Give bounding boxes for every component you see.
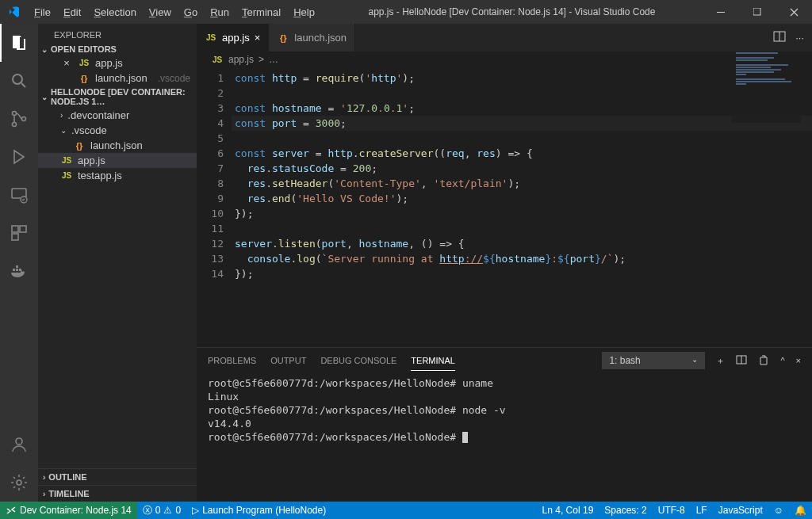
- open-editors-label: OPEN EDITORS: [51, 44, 117, 54]
- terminal-selector[interactable]: 1: bash ⌄: [602, 352, 705, 369]
- tree-label: .vscode: [71, 124, 190, 136]
- json-file-icon: {}: [73, 141, 86, 151]
- more-icon[interactable]: ···: [795, 32, 804, 44]
- menu-run[interactable]: Run: [204, 6, 236, 18]
- activity-settings[interactable]: [0, 464, 38, 502]
- activity-search[interactable]: [0, 62, 38, 100]
- tab-label: app.js: [222, 32, 250, 44]
- status-warnings-count: 0: [175, 505, 181, 516]
- activity-scm[interactable]: [0, 100, 38, 138]
- kill-terminal-icon[interactable]: [758, 354, 769, 367]
- panel-tab-output[interactable]: OUTPUT: [270, 351, 306, 370]
- tree-folder[interactable]: › .devcontainer: [38, 108, 197, 123]
- menu-selection[interactable]: Selection: [87, 6, 142, 18]
- chevron-right-icon: ›: [43, 490, 45, 498]
- maximize-button[interactable]: [739, 0, 776, 24]
- status-launch[interactable]: ▷ Launch Program (HelloNode): [186, 502, 331, 519]
- status-spaces[interactable]: Spaces: 2: [599, 502, 652, 519]
- tree-label: testapp.js: [78, 170, 190, 181]
- js-file-icon: JS: [205, 33, 217, 42]
- menu-file[interactable]: File: [28, 6, 57, 18]
- close-icon[interactable]: ×: [60, 57, 73, 69]
- open-editor-item[interactable]: {} launch.json .vscode: [38, 71, 197, 86]
- menu-bar: File Edit Selection View Go Run Terminal…: [28, 6, 321, 18]
- svg-point-12: [17, 480, 21, 485]
- svg-point-2: [13, 74, 22, 84]
- menu-view[interactable]: View: [143, 6, 178, 18]
- panel-tab-debugconsole[interactable]: DEBUG CONSOLE: [320, 351, 396, 370]
- tree-file[interactable]: JS testapp.js: [38, 168, 197, 183]
- split-editor-icon[interactable]: [773, 30, 786, 45]
- terminal-body[interactable]: root@c5f6e600777d:/workspaces/HelloNode#…: [197, 373, 812, 502]
- panel: PROBLEMS OUTPUT DEBUG CONSOLE TERMINAL 1…: [197, 347, 812, 502]
- outline-label: OUTLINE: [48, 472, 86, 482]
- svg-rect-9: [20, 226, 26, 232]
- tree-file[interactable]: {} launch.json: [38, 138, 197, 153]
- timeline-section[interactable]: › TIMELINE: [38, 485, 197, 502]
- tree-folder[interactable]: ⌄ .vscode: [38, 123, 197, 138]
- close-button[interactable]: [776, 0, 812, 24]
- status-errors[interactable]: ⓧ0 ⚠0: [137, 502, 186, 519]
- close-icon[interactable]: [60, 72, 73, 84]
- status-encoding[interactable]: UTF-8: [653, 502, 691, 519]
- panel-tab-problems[interactable]: PROBLEMS: [208, 351, 256, 370]
- open-editors-header[interactable]: ⌄ OPEN EDITORS: [38, 43, 197, 55]
- timeline-label: TIMELINE: [48, 489, 89, 498]
- sidebar: EXPLORER ⌄ OPEN EDITORS × JS app.js {} l…: [38, 24, 197, 502]
- open-editors-list: × JS app.js {} launch.json .vscode: [38, 55, 197, 86]
- status-lncol[interactable]: Ln 4, Col 19: [537, 502, 599, 519]
- activity-account[interactable]: [0, 426, 38, 464]
- error-icon: ⓧ: [143, 504, 152, 517]
- panel-tab-bar: PROBLEMS OUTPUT DEBUG CONSOLE TERMINAL 1…: [197, 348, 812, 373]
- menu-terminal[interactable]: Terminal: [236, 6, 287, 18]
- svg-rect-8: [12, 226, 18, 232]
- chevron-down-icon: ⌄: [41, 45, 48, 54]
- menu-go[interactable]: Go: [178, 6, 204, 18]
- open-editor-label: launch.json: [95, 72, 150, 84]
- activity-explorer[interactable]: [0, 24, 38, 62]
- titlebar: File Edit Selection View Go Run Terminal…: [0, 0, 812, 24]
- breadcrumb[interactable]: JS app.js > …: [197, 52, 812, 67]
- panel-tab-terminal[interactable]: TERMINAL: [411, 351, 455, 371]
- activity-docker[interactable]: [0, 252, 38, 290]
- status-language[interactable]: JavaScript: [713, 502, 768, 519]
- status-launch-label: Launch Program (HelloNode): [202, 505, 326, 516]
- open-editor-label: app.js: [95, 57, 190, 69]
- menu-help[interactable]: Help: [287, 6, 321, 18]
- activity-extensions[interactable]: [0, 214, 38, 252]
- new-terminal-icon[interactable]: ＋: [716, 355, 725, 367]
- status-bell-icon[interactable]: 🔔: [789, 502, 812, 519]
- status-remote-label: Dev Container: Node.js 14: [20, 505, 132, 516]
- activity-remote-explorer[interactable]: [0, 176, 38, 214]
- play-icon: ▷: [192, 505, 199, 516]
- tab-app-js[interactable]: JS app.js ×: [197, 24, 269, 52]
- code-content[interactable]: const http = require('http');const hostn…: [232, 67, 812, 347]
- editor-area: JS app.js × {} launch.json ··· JS app.js…: [197, 24, 812, 502]
- menu-edit[interactable]: Edit: [57, 6, 87, 18]
- code-editor[interactable]: 1234567891011121314 const http = require…: [197, 67, 812, 347]
- js-file-icon: JS: [60, 156, 73, 165]
- outline-section[interactable]: › OUTLINE: [38, 468, 197, 485]
- svg-point-4: [13, 123, 17, 127]
- status-errors-count: 0: [155, 505, 161, 516]
- chevron-down-icon: ⌄: [691, 355, 698, 364]
- status-remote[interactable]: Dev Container: Node.js 14: [0, 502, 137, 519]
- chevron-down-icon: ⌄: [41, 93, 48, 101]
- workspace-header[interactable]: ⌄ HELLONODE [DEV CONTAINER: NODE.JS 1…: [38, 86, 197, 108]
- split-terminal-icon[interactable]: [736, 354, 747, 367]
- status-eol[interactable]: LF: [691, 502, 713, 519]
- js-file-icon: JS: [78, 59, 90, 67]
- window-controls: [703, 0, 812, 24]
- tree-file[interactable]: JS app.js: [38, 153, 197, 168]
- minimap[interactable]: [731, 52, 801, 123]
- close-icon[interactable]: ×: [255, 32, 261, 44]
- minimize-button[interactable]: [703, 0, 739, 24]
- open-editor-item[interactable]: × JS app.js: [38, 55, 197, 71]
- js-file-icon: JS: [60, 171, 73, 180]
- tab-label: launch.json: [294, 32, 347, 44]
- activity-run[interactable]: [0, 138, 38, 176]
- close-panel-icon[interactable]: ×: [796, 356, 801, 365]
- status-feedback-icon[interactable]: ☺: [768, 502, 789, 519]
- maximize-panel-icon[interactable]: ^: [780, 356, 784, 365]
- tab-launch-json[interactable]: {} launch.json: [269, 24, 355, 52]
